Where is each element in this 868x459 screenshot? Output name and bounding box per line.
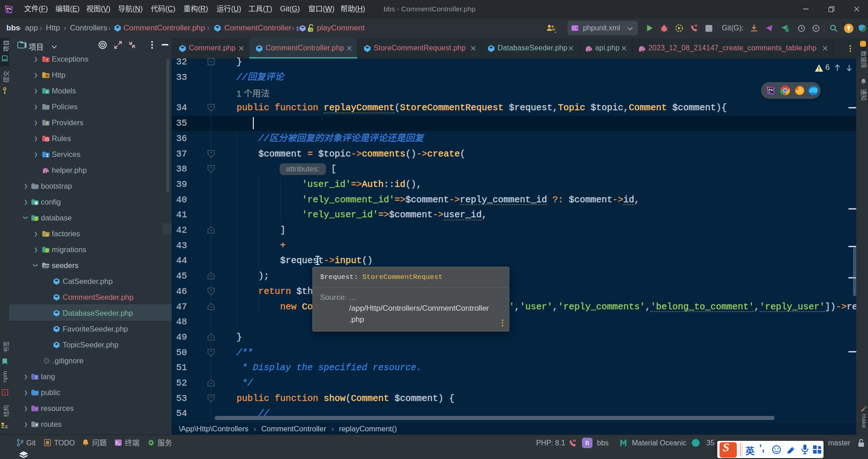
svg-text:PS: PS [769, 88, 773, 92]
svg-text:文: 文 [35, 375, 38, 380]
